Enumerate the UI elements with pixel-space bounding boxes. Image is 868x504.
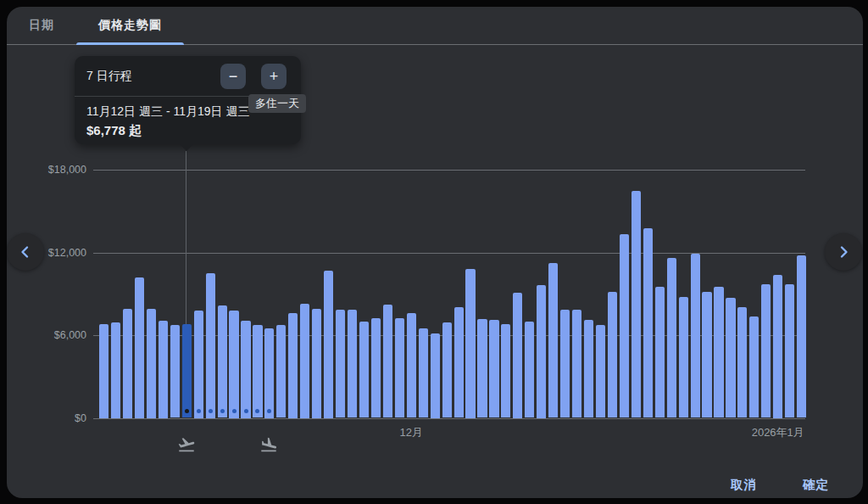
price-bar[interactable] [454, 307, 464, 417]
price-bar[interactable] [608, 292, 617, 418]
price-bar[interactable] [419, 328, 428, 418]
selected-bar-connector-line [186, 151, 186, 324]
price-bar[interactable] [667, 258, 676, 417]
price-bar[interactable] [194, 311, 203, 418]
chevron-right-icon [837, 245, 850, 259]
price-bar[interactable] [726, 298, 735, 417]
price-bar[interactable] [749, 316, 759, 418]
trip-length-label: 7 日行程 [86, 69, 220, 84]
price-bar[interactable] [111, 322, 120, 417]
price-bar[interactable] [159, 321, 168, 418]
price-bar[interactable] [395, 318, 404, 418]
price-bar[interactable] [253, 325, 262, 418]
price-bar[interactable] [513, 293, 522, 418]
confirm-button[interactable]: 確定 [791, 470, 841, 498]
price-bar[interactable] [572, 310, 581, 417]
price-bar[interactable] [632, 191, 641, 418]
price-bar[interactable] [477, 319, 487, 417]
price-bar[interactable] [336, 310, 345, 417]
price-bar[interactable] [135, 277, 144, 418]
price-bar[interactable] [537, 285, 546, 418]
price-bar[interactable] [312, 309, 321, 417]
trip-day-dot [244, 409, 248, 413]
price-bar[interactable] [761, 284, 771, 417]
trip-day-dot [185, 409, 189, 413]
dialog-actions: 取消 確定 [719, 470, 841, 498]
flight-land-icon [259, 435, 278, 454]
price-bar[interactable] [264, 328, 274, 418]
price-bar[interactable] [525, 322, 534, 417]
trip-length-row: 7 日行程 − + [75, 56, 301, 97]
flight-takeoff-icon [177, 435, 196, 454]
price-bar[interactable] [241, 321, 250, 418]
price-bar[interactable] [206, 273, 215, 418]
price-bar[interactable] [465, 269, 475, 418]
gridline [93, 170, 805, 171]
price-bar[interactable] [123, 309, 132, 417]
price-bar[interactable] [324, 271, 333, 418]
price-bar[interactable] [773, 275, 782, 418]
price-bar[interactable] [620, 234, 629, 418]
price-bar[interactable] [407, 313, 416, 417]
tab-dates[interactable]: 日期 [7, 7, 76, 44]
increase-days-button[interactable]: + [261, 64, 287, 89]
price-bar[interactable] [691, 254, 700, 417]
price-bar[interactable] [348, 310, 357, 417]
price-bar[interactable] [288, 313, 298, 418]
price-bar[interactable] [489, 320, 498, 417]
price-bar[interactable] [431, 333, 440, 417]
previous-dates-button[interactable] [7, 233, 44, 271]
price-bar[interactable] [643, 228, 653, 418]
chevron-left-icon [19, 245, 32, 259]
price-graph-dialog: 日期 價格走勢圖 $18,000$12,000$6,000$012月2026年1… [7, 7, 863, 498]
price-bar[interactable] [548, 263, 558, 418]
price-bar[interactable] [655, 287, 665, 417]
gridline [93, 418, 805, 419]
price-bar[interactable] [442, 322, 452, 417]
y-axis-tick-label: $0 [22, 412, 86, 424]
tooltip-card-arrow [180, 144, 193, 151]
price-bar[interactable] [229, 311, 238, 418]
gridline [93, 253, 805, 254]
price-bar[interactable] [584, 320, 593, 417]
price-from-label: $6,778 起 [86, 123, 289, 139]
price-bar[interactable] [218, 305, 227, 417]
x-axis-tick-label: 12月 [400, 425, 423, 440]
x-axis-tick-label: 2026年1月 [752, 425, 804, 440]
price-bar[interactable] [679, 297, 688, 418]
price-bar[interactable] [714, 287, 723, 418]
price-bar[interactable] [371, 318, 381, 418]
trip-day-dot [197, 409, 201, 413]
price-bar[interactable] [300, 304, 309, 418]
y-axis-tick-label: $6,000 [22, 329, 86, 341]
price-bar[interactable] [797, 255, 806, 417]
price-bar[interactable] [560, 310, 570, 417]
price-bar[interactable] [785, 284, 794, 417]
price-bar[interactable] [359, 322, 369, 417]
price-bar[interactable] [276, 325, 286, 418]
trip-day-dot [220, 409, 225, 413]
trip-day-dot [209, 409, 213, 413]
tab-price-graph[interactable]: 價格走勢圖 [76, 7, 184, 44]
price-bar[interactable] [737, 307, 747, 417]
price-bar[interactable] [147, 309, 156, 417]
trip-day-dot [267, 409, 271, 413]
price-bar[interactable] [170, 325, 180, 418]
tab-bar: 日期 價格走勢圖 [7, 7, 863, 45]
trip-day-dot [232, 409, 236, 413]
next-dates-button[interactable] [825, 233, 862, 271]
price-bar[interactable] [99, 324, 108, 418]
price-bar[interactable] [501, 324, 510, 417]
y-axis-tick-label: $18,000 [22, 164, 86, 176]
cancel-button[interactable]: 取消 [719, 470, 769, 498]
add-one-day-tooltip: 多住一天 [248, 94, 306, 113]
price-bar-selected[interactable] [182, 324, 192, 417]
price-bar[interactable] [596, 325, 605, 418]
price-bar[interactable] [702, 292, 711, 417]
decrease-days-button[interactable]: − [220, 64, 246, 89]
price-bar[interactable] [383, 305, 392, 417]
